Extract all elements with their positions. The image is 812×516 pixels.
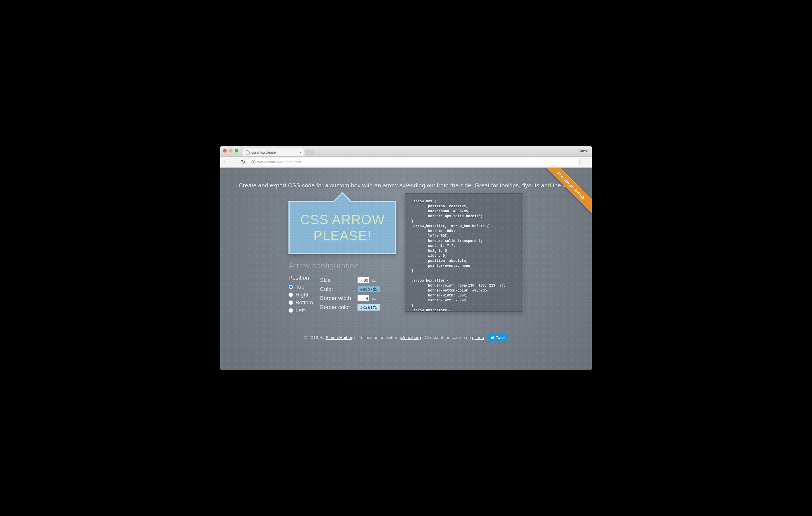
position-option-bottom[interactable]: Bottom	[288, 299, 313, 306]
border-color-label: Border color	[320, 304, 355, 310]
position-label: Position	[288, 275, 313, 281]
twitter-icon	[490, 336, 494, 340]
github-fork-ribbon[interactable]: Fork me on GitHub	[533, 168, 592, 226]
footer-dot: ·	[484, 335, 488, 340]
size-label: Size	[320, 277, 355, 283]
ribbon-label: Fork me on GitHub	[541, 168, 592, 216]
url-text: www.cssarrowplease.com	[257, 160, 301, 164]
github-prefix: · Checkout the source on	[421, 335, 472, 340]
window-controls	[223, 149, 238, 152]
hero-line1: CSS ARROW	[300, 212, 385, 227]
border-width-row: Border width px	[320, 295, 380, 301]
size-input[interactable]	[357, 277, 370, 283]
border-color-swatch[interactable]: #c2e1f5	[357, 304, 380, 311]
author-link[interactable]: Simon Højberg	[325, 335, 355, 340]
footer: © 2016 By Simon Højberg · Follow me on t…	[220, 334, 592, 341]
left-column: CSS ARROW PLEASE! Arrow configuration Po…	[288, 193, 396, 315]
position-group: Position Top Right Bottom	[288, 275, 313, 315]
twitter-prefix: · Follow me on twitter:	[355, 335, 400, 340]
config-form: Position Top Right Bottom	[288, 275, 396, 315]
toolbar: ← → ↻ i www.cssarrowplease.com ⋮	[220, 156, 592, 168]
tabstrip: cssarrowplease ×	[243, 146, 314, 156]
reload-button[interactable]: ↻	[240, 159, 246, 165]
css-output[interactable]: .arrow_box { position: relative; backgro…	[405, 193, 524, 312]
radio-bottom-label: Bottom	[295, 299, 313, 306]
color-row: Color #88b7d5	[320, 286, 380, 293]
arrow-preview-box: CSS ARROW PLEASE!	[288, 201, 396, 254]
position-option-left[interactable]: Left	[288, 307, 313, 314]
position-option-top[interactable]: Top	[288, 284, 313, 290]
radio-left-label: Left	[295, 307, 305, 314]
position-option-right[interactable]: Right	[288, 292, 313, 298]
radio-right[interactable]	[288, 293, 293, 297]
tweet-button[interactable]: Tweet	[488, 334, 508, 341]
browser-tab[interactable]: cssarrowplease ×	[243, 148, 304, 156]
titlebar: cssarrowplease × Guest	[220, 146, 592, 156]
arrow-preview-wrap: CSS ARROW PLEASE!	[288, 193, 396, 254]
browser-window: cssarrowplease × Guest ← → ↻ i www.cssar…	[220, 146, 592, 370]
color-label: Color	[320, 286, 355, 293]
browser-menu-button[interactable]: ⋮	[582, 159, 589, 165]
radio-left[interactable]	[288, 308, 293, 313]
profile-label[interactable]: Guest	[578, 149, 588, 153]
site-info-icon[interactable]: i	[252, 160, 256, 164]
radio-top-label: Top	[295, 284, 304, 290]
border-width-input[interactable]	[357, 295, 370, 301]
size-unit: px	[372, 278, 376, 282]
radio-top[interactable]	[288, 284, 293, 289]
twitter-link[interactable]: @shojberg	[400, 335, 421, 340]
hero-title: CSS ARROW PLEASE!	[300, 212, 385, 244]
border-color-row: Border color #c2e1f5	[320, 304, 380, 311]
hero-line2: PLEASE!	[314, 228, 372, 243]
close-window-button[interactable]	[223, 149, 227, 152]
copyright-prefix: © 2016 By	[304, 335, 325, 340]
radio-bottom[interactable]	[288, 300, 293, 305]
new-tab-button[interactable]	[305, 150, 314, 155]
github-link[interactable]: github	[472, 335, 484, 340]
radio-right-label: Right	[295, 292, 308, 298]
config-heading: Arrow configuration	[288, 261, 396, 271]
border-width-unit: px	[372, 296, 376, 301]
values-group: Size px Color #88b7d5 Border width px	[320, 275, 380, 315]
zoom-window-button[interactable]	[235, 149, 238, 152]
border-width-label: Border width	[320, 295, 355, 301]
address-bar[interactable]: i www.cssarrowplease.com	[249, 158, 580, 166]
size-row: Size px	[320, 277, 380, 283]
forward-button[interactable]: →	[231, 159, 237, 165]
back-button[interactable]: ←	[223, 159, 228, 165]
page-content: Fork me on GitHub Create and export CSS …	[220, 168, 592, 370]
minimize-window-button[interactable]	[229, 149, 232, 152]
close-tab-button[interactable]: ×	[299, 150, 301, 155]
tweet-label: Tweet	[496, 336, 505, 340]
tab-title: cssarrowplease	[252, 150, 276, 154]
color-swatch[interactable]: #88b7d5	[357, 286, 380, 293]
page-icon	[245, 150, 250, 154]
